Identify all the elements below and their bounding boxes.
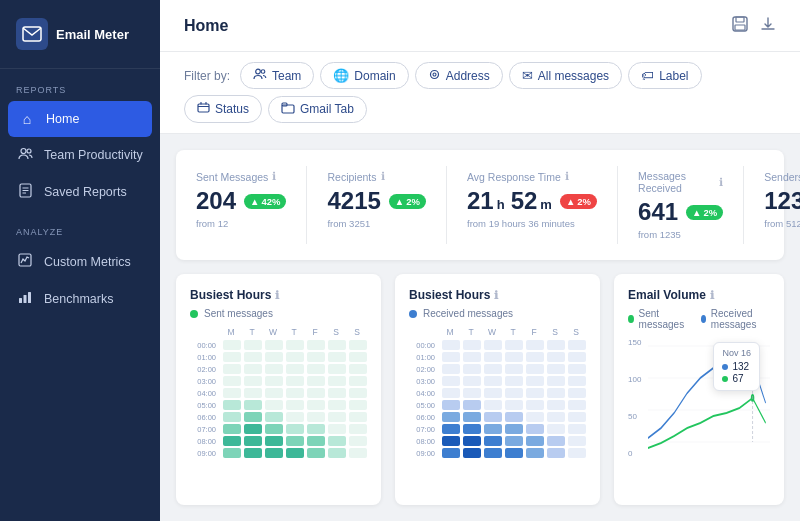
heatmap-cell — [286, 340, 304, 350]
heatmap-cell — [349, 340, 367, 350]
busiest-received-info[interactable]: ℹ — [494, 289, 498, 302]
heatmap-cell — [484, 400, 502, 410]
heatmap-cell — [463, 424, 481, 434]
filter-team-label: Team — [272, 69, 301, 83]
sidebar-item-team-productivity[interactable]: Team Productivity — [0, 137, 160, 173]
reports-section-label: REPORTS — [0, 69, 160, 101]
avg-response-sub: from 19 hours 36 minutes — [467, 218, 597, 229]
heatmap-cell — [505, 352, 523, 362]
heatmap-cell — [442, 412, 460, 422]
heatmap-cell — [505, 340, 523, 350]
avg-response-info[interactable]: ℹ — [565, 170, 569, 183]
svg-rect-9 — [24, 295, 27, 303]
svg-point-1 — [21, 149, 26, 154]
team-filter-icon — [253, 68, 267, 83]
filter-label[interactable]: 🏷 Label — [628, 62, 701, 89]
heatmap-row: 01:00 — [190, 352, 367, 362]
heatmap-cell — [505, 376, 523, 386]
download-icon[interactable] — [760, 16, 776, 36]
heatmap-cell — [244, 412, 262, 422]
heatmap-cell — [265, 376, 283, 386]
heatmap-cell — [526, 388, 544, 398]
heatmap-cell — [307, 412, 325, 422]
benchmarks-icon — [16, 290, 34, 307]
page-title: Home — [184, 17, 228, 35]
received-legend-label: Received messages — [423, 308, 513, 319]
logo-icon — [16, 18, 48, 50]
logo-text: Email Meter — [56, 27, 129, 42]
filter-domain[interactable]: 🌐 Domain — [320, 62, 408, 89]
heatmap-cell — [223, 412, 241, 422]
heatmap-cell — [442, 376, 460, 386]
heatmap-cell — [526, 364, 544, 374]
save-icon[interactable] — [732, 16, 748, 36]
heatmap-cell — [547, 400, 565, 410]
filter-label-label: Label — [659, 69, 688, 83]
filter-bar: Filter by: Team 🌐 Domain — [160, 52, 800, 134]
heatmap-cell — [265, 436, 283, 446]
heatmap-cell — [223, 388, 241, 398]
heatmap-cell — [328, 412, 346, 422]
stat-senders: Senders ℹ 123 ▲ 2% from 512 — [744, 166, 800, 244]
svg-point-2 — [27, 149, 31, 153]
busiest-sent-info[interactable]: ℹ — [275, 289, 279, 302]
stat-recipients: Recipients ℹ 4215 ▲ 2% from 3251 — [307, 166, 447, 244]
heatmap-row: 03:00 — [190, 376, 367, 386]
filter-address[interactable]: Address — [415, 62, 503, 89]
recipients-info[interactable]: ℹ — [381, 170, 385, 183]
filter-gmail-tab[interactable]: Gmail Tab — [268, 96, 367, 123]
svg-rect-13 — [735, 25, 745, 30]
sidebar-item-custom-metrics[interactable]: Custom Metrics — [0, 243, 160, 280]
heatmap-cell — [265, 388, 283, 398]
heatmap-cell — [286, 352, 304, 362]
messages-received-info[interactable]: ℹ — [719, 176, 723, 189]
heatmap-cell — [526, 340, 544, 350]
heatmap-cell — [328, 376, 346, 386]
heatmap-row: 04:00 — [190, 388, 367, 398]
heatmap-cell — [526, 424, 544, 434]
heatmap-cell — [463, 376, 481, 386]
heatmap-row: 02:00 — [190, 364, 367, 374]
email-volume-info[interactable]: ℹ — [710, 289, 714, 302]
heatmap-cell — [463, 388, 481, 398]
sent-legend-label: Sent messages — [204, 308, 273, 319]
heatmap-cell — [568, 400, 586, 410]
heatmap-cell — [349, 424, 367, 434]
heatmap-cell — [265, 448, 283, 458]
volume-received-label: Received messages — [711, 308, 770, 330]
heatmap-cell — [244, 376, 262, 386]
main-content: Home Filter by: — [160, 0, 800, 521]
heatmap-cell — [463, 364, 481, 374]
heatmap-cell — [547, 352, 565, 362]
heatmap-cell — [505, 400, 523, 410]
heatmap-cell — [442, 424, 460, 434]
heatmap-cell — [223, 400, 241, 410]
filter-team[interactable]: Team — [240, 62, 314, 89]
dashboard-content: Sent Messages ℹ 204 ▲ 42% from 12 Recipi… — [160, 134, 800, 521]
heatmap-cell — [307, 388, 325, 398]
heatmap-cell — [568, 340, 586, 350]
senders-label: Senders — [764, 171, 800, 183]
messages-received-sub: from 1235 — [638, 229, 723, 240]
heatmap-cell — [442, 388, 460, 398]
line-chart-area: 150 100 50 0 — [628, 338, 770, 458]
svg-point-15 — [261, 70, 265, 74]
tooltip-received-dot — [722, 364, 728, 370]
heatmap-cell — [328, 436, 346, 446]
sidebar-item-benchmarks[interactable]: Benchmarks — [0, 280, 160, 317]
sidebar-item-saved-reports[interactable]: Saved Reports — [0, 173, 160, 211]
home-icon: ⌂ — [18, 111, 36, 127]
filter-status[interactable]: Status — [184, 95, 262, 123]
heatmap-cell — [328, 424, 346, 434]
label-filter-icon: 🏷 — [641, 68, 654, 83]
sidebar-item-home-label: Home — [46, 112, 79, 126]
svg-point-16 — [430, 71, 438, 79]
all-messages-filter-icon: ✉ — [522, 68, 533, 83]
filter-all-messages[interactable]: ✉ All messages — [509, 62, 622, 89]
topbar-actions — [732, 16, 776, 36]
received-heatmap: M T W T F S S 00:0001:0002:0003:0004:000… — [409, 327, 586, 460]
sent-messages-info[interactable]: ℹ — [272, 170, 276, 183]
sidebar-item-home[interactable]: ⌂ Home — [8, 101, 152, 137]
heatmap-cell — [244, 340, 262, 350]
svg-rect-8 — [19, 298, 22, 303]
